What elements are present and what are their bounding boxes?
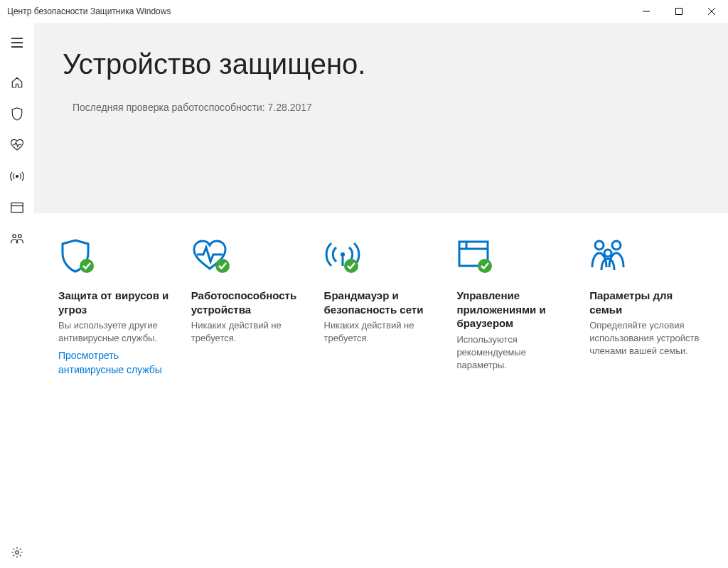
minimize-button[interactable] <box>630 0 663 23</box>
people-icon <box>10 233 24 245</box>
card-virus-icon-wrap <box>58 239 173 279</box>
browser-icon <box>11 202 23 213</box>
window-title: Центр безопасности Защитника Windows <box>7 6 630 16</box>
broadcast-icon <box>10 170 24 183</box>
svg-rect-2 <box>11 203 23 212</box>
card-appcontrol-icon-wrap <box>456 239 571 279</box>
close-icon <box>708 8 715 15</box>
card-desc: Определяйте условия использования устрой… <box>589 319 704 358</box>
window-controls <box>630 0 728 23</box>
sidebar-item-virus[interactable] <box>0 98 34 129</box>
svg-rect-0 <box>676 9 682 15</box>
card-appcontrol[interactable]: Управление приложениями и браузером Испо… <box>456 239 571 377</box>
people-icon <box>589 239 629 273</box>
cards-row: Защита от вирусов и угроз Вы используете… <box>34 213 728 403</box>
card-title: Работоспособность устройства <box>191 289 306 316</box>
svg-point-14 <box>604 250 611 257</box>
last-scan-label: Последняя проверка работоспособности: 7.… <box>73 102 700 113</box>
card-health[interactable]: Работоспособность устройства Никаких дей… <box>191 239 306 377</box>
card-virus[interactable]: Защита от вирусов и угроз Вы используете… <box>58 239 173 377</box>
card-desc: Используются рекомендуемые параметры. <box>456 333 571 373</box>
card-desc: Никаких действий не требуется. <box>324 319 439 345</box>
shield-check-icon <box>58 239 98 276</box>
heart-check-icon <box>191 239 232 276</box>
home-icon <box>11 76 23 89</box>
card-health-icon-wrap <box>191 239 306 279</box>
broadcast-check-icon <box>324 239 365 276</box>
svg-point-13 <box>612 241 621 250</box>
card-desc: Никаких действий не требуется. <box>191 319 306 345</box>
maximize-icon <box>675 8 682 15</box>
card-firewall[interactable]: Брандмауэр и безопасность сети Никаких д… <box>324 239 439 377</box>
hamburger-icon <box>11 38 23 48</box>
svg-point-4 <box>18 235 22 238</box>
page-title: Устройство защищено. <box>63 48 700 80</box>
card-title: Параметры для семьи <box>589 289 704 316</box>
card-link[interactable]: Просмотреть антивирусные службы <box>58 349 173 377</box>
browser-check-icon <box>456 239 496 276</box>
sidebar <box>0 23 34 568</box>
hero: Устройство защищено. Последняя проверка … <box>34 23 728 213</box>
shield-icon <box>11 107 23 121</box>
sidebar-item-appcontrol[interactable] <box>0 192 34 223</box>
sidebar-item-firewall[interactable] <box>0 161 34 192</box>
minimize-icon <box>643 8 650 15</box>
gear-icon <box>11 546 23 559</box>
svg-point-8 <box>341 252 345 257</box>
card-title: Брандмауэр и безопасность сети <box>324 289 439 316</box>
svg-point-1 <box>16 175 18 177</box>
card-title: Управление приложениями и браузером <box>456 289 571 331</box>
close-button[interactable] <box>695 0 728 23</box>
svg-point-5 <box>16 551 19 554</box>
content: Устройство защищено. Последняя проверка … <box>34 23 728 568</box>
maximize-button[interactable] <box>663 0 695 23</box>
card-firewall-icon-wrap <box>324 239 439 279</box>
card-desc: Вы используете другие антивирусные служб… <box>58 319 173 345</box>
card-title: Защита от вирусов и угроз <box>58 289 173 316</box>
sidebar-item-family[interactable] <box>0 223 34 254</box>
sidebar-item-settings[interactable] <box>0 537 34 568</box>
hamburger-button[interactable] <box>0 27 34 58</box>
svg-point-12 <box>595 241 604 250</box>
titlebar: Центр безопасности Защитника Windows <box>0 0 728 23</box>
sidebar-item-home[interactable] <box>0 67 34 98</box>
heart-icon <box>10 139 24 151</box>
sidebar-item-health[interactable] <box>0 129 34 161</box>
svg-point-3 <box>13 235 16 238</box>
card-family[interactable]: Параметры для семьи Определяйте условия … <box>589 239 704 377</box>
card-family-icon-wrap <box>589 239 704 279</box>
